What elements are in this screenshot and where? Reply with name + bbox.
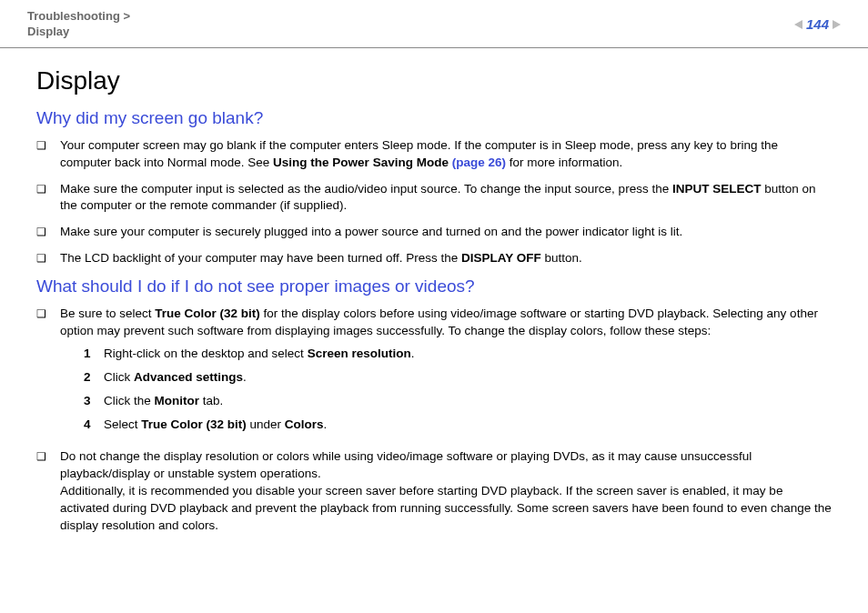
section-title-blank-screen: Why did my screen go blank?	[36, 108, 832, 128]
step-number: 4	[84, 417, 104, 434]
numbered-steps: 1 Right-click on the desktop and select …	[84, 346, 832, 434]
text: The LCD backlight of your computer may h…	[60, 251, 461, 265]
step-number: 1	[84, 346, 104, 363]
step-item: 1 Right-click on the desktop and select …	[84, 346, 832, 363]
breadcrumb: Troubleshooting > Display	[27, 9, 130, 40]
list-item: ❑ Your computer screen may go blank if t…	[36, 137, 832, 172]
breadcrumb-line1: Troubleshooting >	[27, 9, 130, 25]
bullet-list-2: ❑ Be sure to select True Color (32 bit) …	[36, 306, 832, 535]
page-header: Troubleshooting > Display 144	[0, 0, 868, 48]
step-text: Select True Color (32 bit) under Colors.	[104, 417, 832, 434]
list-item: ❑ Do not change the display resolution o…	[36, 448, 832, 534]
section-title-images-videos: What should I do if I do not see proper …	[36, 276, 832, 296]
bullet-text: Be sure to select True Color (32 bit) fo…	[60, 306, 832, 439]
breadcrumb-line2: Display	[27, 25, 130, 40]
step-number: 3	[84, 393, 104, 410]
bold-text: INPUT SELECT	[672, 182, 762, 196]
step-text: Right-click on the desktop and select Sc…	[104, 346, 832, 363]
bullet-icon: ❑	[36, 250, 60, 267]
text: Do not change the display resolution or …	[60, 449, 752, 480]
next-page-arrow-icon[interactable]	[833, 20, 841, 29]
list-item: ❑ Make sure the computer input is select…	[36, 181, 832, 216]
bold-text: True Color (32 bit)	[155, 306, 260, 320]
list-item: ❑ Make sure your computer is securely pl…	[36, 224, 832, 241]
text: under	[247, 417, 285, 431]
bullet-text: Make sure the computer input is selected…	[60, 181, 832, 216]
bullet-icon: ❑	[36, 137, 60, 172]
bullet-text: Do not change the display resolution or …	[60, 448, 832, 534]
bold-text: True Color (32 bit)	[141, 417, 247, 431]
text: .	[243, 370, 247, 384]
step-item: 4 Select True Color (32 bit) under Color…	[84, 417, 832, 434]
text: .	[324, 417, 328, 431]
prev-page-arrow-icon[interactable]	[794, 20, 802, 29]
bold-text: Monitor	[155, 394, 200, 407]
text: Click the	[104, 394, 155, 407]
bold-text: DISPLAY OFF	[461, 251, 541, 265]
page-title: Display	[36, 66, 832, 95]
text: Click	[104, 370, 134, 384]
text: Select	[104, 417, 141, 431]
text: Right-click on the desktop and select	[104, 347, 308, 360]
text: Be sure to select	[60, 306, 155, 320]
bullet-icon: ❑	[36, 181, 60, 216]
text: Make sure the computer input is selected…	[60, 182, 672, 196]
text: tab.	[199, 394, 223, 407]
page-link[interactable]: (page 26)	[452, 156, 506, 169]
page-content: Display Why did my screen go blank? ❑ Yo…	[0, 48, 868, 562]
bold-text: Advanced settings	[134, 370, 243, 384]
list-item: ❑ Be sure to select True Color (32 bit) …	[36, 306, 832, 439]
bullet-text: The LCD backlight of your computer may h…	[60, 250, 832, 267]
text: .	[411, 347, 415, 360]
page-navigation: 144	[794, 16, 841, 32]
text: Additionally, it is recommended you disa…	[60, 484, 832, 532]
bullet-list-1: ❑ Your computer screen may go blank if t…	[36, 137, 832, 267]
text: button.	[541, 251, 582, 265]
step-item: 3 Click the Monitor tab.	[84, 393, 832, 410]
text: for more information.	[506, 156, 622, 169]
bullet-icon: ❑	[36, 224, 60, 241]
step-number: 2	[84, 369, 104, 387]
bold-text: Colors	[285, 417, 324, 431]
page-number: 144	[806, 16, 829, 32]
bullet-icon: ❑	[36, 306, 60, 439]
bullet-icon: ❑	[36, 448, 60, 534]
bold-text: Screen resolution	[308, 347, 411, 360]
list-item: ❑ The LCD backlight of your computer may…	[36, 250, 832, 267]
bullet-text: Make sure your computer is securely plug…	[60, 224, 832, 241]
bullet-text: Your computer screen may go blank if the…	[60, 137, 832, 172]
step-text: Click Advanced settings.	[104, 369, 832, 387]
bold-text: Using the Power Saving Mode	[273, 156, 452, 169]
step-item: 2 Click Advanced settings.	[84, 369, 832, 387]
step-text: Click the Monitor tab.	[104, 393, 832, 410]
